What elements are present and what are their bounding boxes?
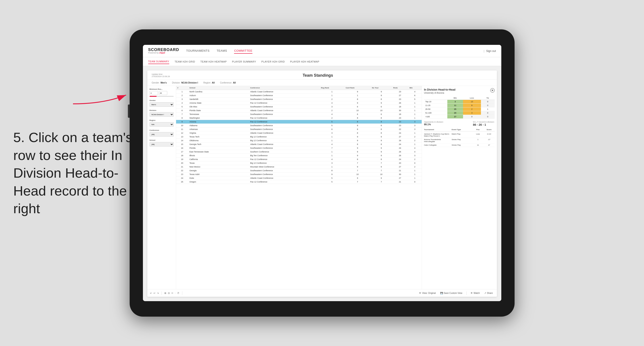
- table-row[interactable]: 1 North Carolina Atlantic Coast Conferen…: [176, 90, 422, 94]
- cell-rank: 20: [176, 161, 188, 165]
- record-value: 86 - 26 - 1: [473, 123, 495, 126]
- nav-committee[interactable]: COMMITTEE: [234, 48, 252, 54]
- subnav-team-h2h-heatmap[interactable]: TEAM H2H HEATMAP: [200, 59, 227, 64]
- table-row[interactable]: 21 New Mexico Mountain West Conference 1…: [176, 165, 422, 169]
- tourn-score: 2-3-0: [484, 133, 494, 137]
- table-row[interactable]: 17 East Tennessee State Southern Confere…: [176, 150, 422, 154]
- save-custom-label: Save Custom View: [444, 292, 462, 294]
- h2h-win: 3: [447, 100, 463, 104]
- cell-reg-rank: 2: [320, 109, 344, 112]
- tourn-score: 17: [484, 144, 494, 146]
- col-header-win: Win: [408, 86, 422, 90]
- cell-rnds: 26: [392, 154, 408, 158]
- watch-btn[interactable]: 👁 Watch: [469, 291, 481, 295]
- table-row[interactable]: 2 Auburn Southeastern Conference 1 1 9 2…: [176, 94, 422, 97]
- min-rounds-min-input[interactable]: [150, 91, 158, 95]
- cell-school: Ole Miss: [188, 105, 249, 109]
- share-btn[interactable]: ↗ Share: [483, 291, 494, 295]
- nav-teams[interactable]: TEAMS: [216, 48, 227, 54]
- cell-rank: 19: [176, 158, 188, 161]
- table-row[interactable]: 7 Tennessee Southeastern Conference 4 6 …: [176, 112, 422, 116]
- conference-filter-select[interactable]: (All): [150, 132, 174, 137]
- toolbar-icon-copy[interactable]: ⊞: [164, 292, 166, 294]
- cell-conference: Pac-12 Conference: [249, 101, 320, 105]
- school-filter-select[interactable]: (All): [150, 142, 174, 147]
- toolbar-redo[interactable]: ↪: [157, 292, 159, 294]
- cell-reg-rank: 1: [320, 94, 344, 97]
- table-row[interactable]: 11 Arkansas Southeastern Conference 6 8 …: [176, 128, 422, 131]
- table-row[interactable]: 10 Alabama Southeastern Conference 5 8 8…: [176, 124, 422, 128]
- sign-out-sep: |: [484, 49, 484, 53]
- cell-rnds: 23: [392, 116, 408, 120]
- view-original-btn[interactable]: 👁 View: Original: [418, 291, 437, 295]
- cell-reg-rank: 3: [320, 131, 344, 135]
- cell-school: Duke: [188, 176, 249, 180]
- h2h-tie: 0: [481, 100, 495, 104]
- toolbar-icon-paste[interactable]: ⊡: [168, 292, 170, 294]
- min-rounds-slider[interactable]: [150, 96, 174, 97]
- subnav-player-h2h-heatmap[interactable]: PLAYER H2H HEATMAP: [290, 59, 319, 64]
- cell-conf-rank: 8: [344, 124, 370, 128]
- cell-conf-rank: 9: [344, 154, 370, 158]
- subnav-player-summary[interactable]: PLAYER SUMMARY: [232, 59, 256, 64]
- subnav-team-summary[interactable]: TEAM SUMMARY: [148, 59, 170, 64]
- cell-win: 1: [408, 143, 422, 146]
- cell-school: California: [188, 158, 249, 161]
- table-row[interactable]: 23 Texas A&M Southeastern Conference 9 1…: [176, 173, 422, 176]
- cell-conference: Southeastern Conference: [249, 112, 320, 116]
- cell-school: Alabama: [188, 124, 249, 128]
- col-header-no-tour: No Tour: [370, 86, 392, 90]
- cell-school: Washington: [188, 116, 249, 120]
- cell-no-tour: 9: [370, 146, 392, 150]
- table-row[interactable]: 5 Ole Miss Southeastern Conference 3 6 6…: [176, 105, 422, 109]
- nav-tournaments[interactable]: TOURNAMENTS: [186, 48, 210, 54]
- table-row[interactable]: 22 Georgia Southeastern Conference 8 7 7…: [176, 169, 422, 173]
- min-rounds-max-input[interactable]: [159, 91, 167, 95]
- save-custom-btn[interactable]: 💾 Save Custom View: [439, 291, 464, 295]
- table-row[interactable]: 18 Illinois Big Ten Conference 1 9 9 26 …: [176, 154, 422, 158]
- cell-reg-rank: 7: [320, 146, 344, 150]
- toolbar-undo[interactable]: ↩: [150, 292, 152, 294]
- table-row[interactable]: 16 Florida Southeastern Conference 7 9 9…: [176, 146, 422, 150]
- cell-rnds: 27: [392, 165, 408, 169]
- region-filter-select[interactable]: N/A: [150, 122, 174, 127]
- close-button[interactable]: ✕: [490, 88, 495, 93]
- table-row[interactable]: 24 Duke Atlantic Coast Conference 5 9 9 …: [176, 176, 422, 180]
- tourn-type: Stroke Play: [452, 144, 472, 146]
- table-row[interactable]: 20 Texas Big 12 Conference 3 7 7 20 0: [176, 161, 422, 165]
- table-row[interactable]: 15 Georgia Tech Atlantic Coast Conferenc…: [176, 143, 422, 146]
- filter-division: Division: NCAA Division I: [172, 82, 198, 84]
- col-header-conference: Conference: [249, 86, 320, 90]
- toolbar-icon-clock[interactable]: ⏱: [177, 292, 180, 294]
- panel-header: Update time: 27/03/2024 15:56:26 Team St…: [147, 70, 497, 80]
- division-filter-select[interactable]: NCAA Division I: [150, 112, 174, 117]
- cell-rnds: 24: [392, 158, 408, 161]
- table-row[interactable]: 13 Texas Tech Big 12 Conference 1 9 9 27…: [176, 135, 422, 139]
- cell-school: Vanderbilt: [188, 97, 249, 101]
- panel-title: Team Standings: [170, 73, 466, 78]
- cell-conf-rank: 10: [344, 173, 370, 176]
- table-row[interactable]: 12 Virginia Atlantic Coast Conference 3 …: [176, 131, 422, 135]
- cell-no-tour: 9: [370, 139, 392, 143]
- table-row[interactable]: 19 California Pac-12 Conference 4 8 8 24…: [176, 158, 422, 161]
- cell-conf-rank: 8: [344, 131, 370, 135]
- subnav-team-h2h-grid[interactable]: TEAM H2H GRID: [174, 59, 195, 64]
- subnav-player-h2h-grid[interactable]: PLAYER H2H GRID: [262, 59, 285, 64]
- sign-out-button[interactable]: Sign out: [486, 49, 496, 53]
- cell-conf-rank: 8: [344, 97, 370, 101]
- table-row[interactable]: 3 Vanderbilt Southeastern Conference 2 8…: [176, 97, 422, 101]
- table-row[interactable]: 9 Arizona Pac-12 Conference 5 8 8 23 3: [176, 120, 422, 124]
- table-row[interactable]: 6 Florida State Atlantic Coast Conferenc…: [176, 109, 422, 112]
- toolbar-icon-cut[interactable]: ✂: [172, 292, 173, 294]
- table-row[interactable]: 4 Arizona State Pac-12 Conference 4 9 9 …: [176, 101, 422, 105]
- cell-conf-rank: 8: [344, 143, 370, 146]
- table-row[interactable]: 25 Oregon Pac-12 Conference 5 7 7 21 0: [176, 180, 422, 184]
- h2h-header-row: Win Loss Tie: [424, 96, 495, 100]
- toolbar-sep-1: [162, 291, 162, 295]
- table-row[interactable]: 14 Oklahoma Big 12 Conference 1 9 9 26 2: [176, 139, 422, 143]
- cell-conf-rank: 7: [344, 161, 370, 165]
- toolbar-undo2[interactable]: ↩: [154, 292, 155, 294]
- table-row[interactable]: 8 Washington Pac-12 Conference 2 8 8 23 …: [176, 116, 422, 120]
- gender-filter-select[interactable]: Men's: [150, 102, 174, 107]
- cell-reg-rank: 3: [320, 161, 344, 165]
